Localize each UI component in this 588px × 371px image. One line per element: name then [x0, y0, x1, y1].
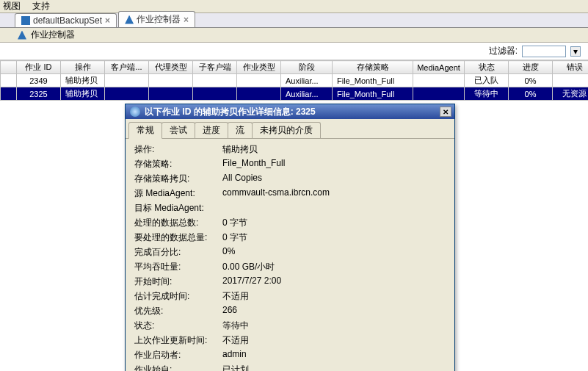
value-pct-complete: 0%	[222, 246, 446, 259]
tab-progress[interactable]: 进度	[195, 122, 228, 138]
label-dest-ma: 目标 MediaAgent:	[134, 202, 222, 215]
backupset-icon	[21, 16, 30, 25]
value-throughput: 0.00 GB/小时	[222, 261, 446, 273]
label-processed: 处理的数据总数:	[134, 217, 222, 229]
col-job-id[interactable]: 作业 ID	[17, 61, 61, 74]
cell: 等待中	[465, 87, 509, 101]
cell	[413, 74, 465, 87]
value-etc: 不适用	[222, 290, 446, 303]
col-media-agent[interactable]: MediaAgent	[413, 61, 465, 74]
col-errors[interactable]: 错误	[553, 61, 589, 74]
tab-stream[interactable]: 流	[228, 122, 253, 138]
cell: File_Month_Full	[333, 74, 413, 87]
tab-retry[interactable]: 尝试	[161, 122, 195, 138]
label-status: 状态:	[134, 320, 222, 332]
value-storage-policy: File_Month_Full	[222, 158, 446, 170]
label-pct-complete: 完成百分比:	[134, 246, 222, 259]
job-detail-dialog: 以下作业 ID 的辅助拷贝作业详细信息: 2325 ✕ 常规 尝试 进度 流 未…	[125, 104, 455, 371]
value-last-update: 不适用	[222, 334, 446, 347]
cell-op: 辅助拷贝	[61, 87, 105, 101]
cell-job-id: 2325	[17, 87, 61, 101]
value-status: 等待中	[222, 320, 446, 332]
label-source-ma: 源 MediaAgent:	[134, 187, 222, 200]
col-job-type[interactable]: 作业类型	[237, 61, 281, 74]
jobs-table: 作业 ID 操作 客户端... 代理类型 子客户端 作业类型 阶段 存储策略 M…	[0, 60, 588, 101]
value-to-process: 0 字节	[222, 231, 446, 244]
value-operation: 辅助拷贝	[222, 143, 446, 156]
cell	[193, 87, 237, 101]
tab-label: 作业控制器	[137, 13, 181, 26]
table-row[interactable]: 2325 辅助拷贝 Auxiliar... File_Month_Full 等待…	[1, 87, 589, 101]
cell: Auxiliar...	[281, 87, 333, 101]
dialog-title: 以下作业 ID 的辅助拷贝作业详细信息: 2325	[145, 106, 316, 118]
cell	[105, 87, 149, 101]
label-to-process: 要处理的数据总量:	[134, 231, 222, 244]
col-storage-policy[interactable]: 存储策略	[333, 61, 413, 74]
value-priority: 266	[222, 305, 446, 317]
col-status[interactable]: 状态	[465, 61, 509, 74]
main-tabbar: defaultBackupSet × 作业控制器 ×	[0, 13, 588, 28]
filter-input[interactable]	[522, 46, 566, 57]
cell: Auxiliar...	[281, 74, 333, 87]
dialog-tabs: 常规 尝试 进度 流 未拷贝的介质	[126, 119, 454, 139]
label-last-update: 上次作业更新时间:	[134, 334, 222, 347]
value-job-from: 已计划	[222, 364, 446, 371]
tab-general[interactable]: 常规	[128, 122, 162, 139]
dialog-body: 操作:辅助拷贝 存储策略:File_Month_Full 存储策略拷贝:All …	[126, 139, 454, 371]
dialog-title-bar[interactable]: 以下作业 ID 的辅助拷贝作业详细信息: 2325 ✕	[126, 104, 454, 119]
col-blank[interactable]	[1, 61, 17, 74]
col-agent-type[interactable]: 代理类型	[149, 61, 193, 74]
label-job-from: 作业始自:	[134, 364, 222, 371]
cell: 0%	[509, 87, 553, 101]
cell-op: 辅助拷贝	[61, 74, 105, 87]
job-controller-icon	[125, 15, 134, 24]
table-header-row: 作业 ID 操作 客户端... 代理类型 子客户端 作业类型 阶段 存储策略 M…	[1, 61, 589, 74]
cell	[237, 87, 281, 101]
value-source-ma: commvault-csma.ibrcn.com	[222, 187, 446, 200]
cell: 已入队	[465, 74, 509, 87]
panel-title-text: 作业控制器	[31, 29, 75, 41]
col-client[interactable]: 客户端...	[105, 61, 149, 74]
cell	[149, 87, 193, 101]
menu-support[interactable]: 支持	[32, 0, 50, 12]
cell	[413, 87, 465, 101]
cell	[149, 74, 193, 87]
col-progress[interactable]: 进度	[509, 61, 553, 74]
label-etc: 估计完成时间:	[134, 290, 222, 303]
tab-job-controller[interactable]: 作业控制器 ×	[118, 11, 195, 27]
filter-dropdown-icon[interactable]: ▾	[570, 46, 581, 57]
cell	[553, 74, 589, 87]
label-storage-policy: 存储策略:	[134, 158, 222, 170]
close-icon[interactable]: ✕	[440, 107, 451, 117]
tab-uncopied-media[interactable]: 未拷贝的介质	[252, 122, 321, 138]
close-icon[interactable]: ×	[184, 15, 189, 25]
value-dest-ma	[222, 202, 446, 215]
filter-bar: 过滤器: ▾	[0, 43, 588, 60]
value-started-by: admin	[222, 349, 446, 361]
label-operation: 操作:	[134, 143, 222, 156]
label-started-by: 作业启动者:	[134, 349, 222, 361]
cell: 无资源	[553, 87, 589, 101]
value-sp-copy: All Copies	[222, 173, 446, 185]
cell: 0%	[509, 74, 553, 87]
cell-job-id: 2349	[17, 74, 61, 87]
close-icon[interactable]: ×	[105, 15, 110, 26]
label-sp-copy: 存储策略拷贝:	[134, 173, 222, 185]
value-processed: 0 字节	[222, 217, 446, 229]
label-start-time: 开始时间:	[134, 275, 222, 288]
tab-label: defaultBackupSet	[33, 15, 102, 26]
col-subclient[interactable]: 子客户端	[193, 61, 237, 74]
tab-default-backup-set[interactable]: defaultBackupSet ×	[15, 13, 117, 27]
table-row[interactable]: 2349 辅助拷贝 Auxiliar... File_Month_Full 已入…	[1, 74, 589, 87]
col-phase[interactable]: 阶段	[281, 61, 333, 74]
label-throughput: 平均吞吐量:	[134, 261, 222, 273]
cell	[105, 74, 149, 87]
value-start-time: 2017/7/27 2:00	[222, 275, 446, 288]
filter-label: 过滤器:	[489, 45, 518, 57]
cell	[237, 74, 281, 87]
cell	[193, 74, 237, 87]
panel-title: 作业控制器	[0, 28, 588, 43]
menu-view[interactable]: 视图	[3, 0, 21, 12]
label-priority: 优先级:	[134, 305, 222, 317]
col-operation[interactable]: 操作	[61, 61, 105, 74]
